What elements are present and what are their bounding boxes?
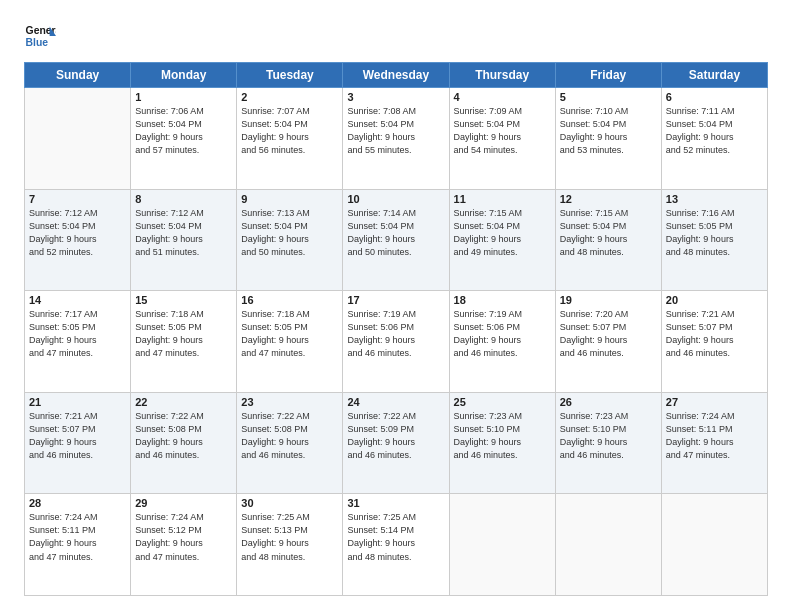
calendar-day-cell: 9Sunrise: 7:13 AM Sunset: 5:04 PM Daylig… [237, 189, 343, 291]
day-info: Sunrise: 7:24 AM Sunset: 5:11 PM Dayligh… [666, 410, 763, 462]
day-info: Sunrise: 7:12 AM Sunset: 5:04 PM Dayligh… [29, 207, 126, 259]
day-number: 31 [347, 497, 444, 509]
day-info: Sunrise: 7:16 AM Sunset: 5:05 PM Dayligh… [666, 207, 763, 259]
calendar-week-row: 28Sunrise: 7:24 AM Sunset: 5:11 PM Dayli… [25, 494, 768, 596]
calendar-day-cell: 29Sunrise: 7:24 AM Sunset: 5:12 PM Dayli… [131, 494, 237, 596]
day-info: Sunrise: 7:18 AM Sunset: 5:05 PM Dayligh… [241, 308, 338, 360]
calendar-day-cell: 10Sunrise: 7:14 AM Sunset: 5:04 PM Dayli… [343, 189, 449, 291]
day-info: Sunrise: 7:12 AM Sunset: 5:04 PM Dayligh… [135, 207, 232, 259]
calendar-day-cell: 11Sunrise: 7:15 AM Sunset: 5:04 PM Dayli… [449, 189, 555, 291]
calendar-day-cell: 21Sunrise: 7:21 AM Sunset: 5:07 PM Dayli… [25, 392, 131, 494]
day-info: Sunrise: 7:25 AM Sunset: 5:14 PM Dayligh… [347, 511, 444, 563]
calendar-day-cell [661, 494, 767, 596]
day-number: 24 [347, 396, 444, 408]
calendar-day-cell: 5Sunrise: 7:10 AM Sunset: 5:04 PM Daylig… [555, 88, 661, 190]
day-info: Sunrise: 7:21 AM Sunset: 5:07 PM Dayligh… [29, 410, 126, 462]
calendar-day-cell: 15Sunrise: 7:18 AM Sunset: 5:05 PM Dayli… [131, 291, 237, 393]
day-info: Sunrise: 7:23 AM Sunset: 5:10 PM Dayligh… [454, 410, 551, 462]
day-number: 16 [241, 294, 338, 306]
calendar-day-cell: 16Sunrise: 7:18 AM Sunset: 5:05 PM Dayli… [237, 291, 343, 393]
calendar-day-cell: 8Sunrise: 7:12 AM Sunset: 5:04 PM Daylig… [131, 189, 237, 291]
day-number: 3 [347, 91, 444, 103]
day-info: Sunrise: 7:07 AM Sunset: 5:04 PM Dayligh… [241, 105, 338, 157]
calendar-week-row: 21Sunrise: 7:21 AM Sunset: 5:07 PM Dayli… [25, 392, 768, 494]
calendar-week-row: 7Sunrise: 7:12 AM Sunset: 5:04 PM Daylig… [25, 189, 768, 291]
day-info: Sunrise: 7:17 AM Sunset: 5:05 PM Dayligh… [29, 308, 126, 360]
day-info: Sunrise: 7:09 AM Sunset: 5:04 PM Dayligh… [454, 105, 551, 157]
day-info: Sunrise: 7:24 AM Sunset: 5:12 PM Dayligh… [135, 511, 232, 563]
day-info: Sunrise: 7:22 AM Sunset: 5:08 PM Dayligh… [241, 410, 338, 462]
day-number: 8 [135, 193, 232, 205]
day-number: 18 [454, 294, 551, 306]
svg-text:Blue: Blue [26, 37, 49, 48]
calendar-day-cell: 20Sunrise: 7:21 AM Sunset: 5:07 PM Dayli… [661, 291, 767, 393]
day-number: 30 [241, 497, 338, 509]
day-info: Sunrise: 7:20 AM Sunset: 5:07 PM Dayligh… [560, 308, 657, 360]
day-number: 27 [666, 396, 763, 408]
day-info: Sunrise: 7:22 AM Sunset: 5:09 PM Dayligh… [347, 410, 444, 462]
day-number: 20 [666, 294, 763, 306]
calendar-day-cell: 22Sunrise: 7:22 AM Sunset: 5:08 PM Dayli… [131, 392, 237, 494]
logo: General Blue [24, 20, 56, 52]
day-info: Sunrise: 7:24 AM Sunset: 5:11 PM Dayligh… [29, 511, 126, 563]
day-number: 19 [560, 294, 657, 306]
calendar-day-cell: 1Sunrise: 7:06 AM Sunset: 5:04 PM Daylig… [131, 88, 237, 190]
day-number: 22 [135, 396, 232, 408]
day-number: 6 [666, 91, 763, 103]
calendar-day-cell: 23Sunrise: 7:22 AM Sunset: 5:08 PM Dayli… [237, 392, 343, 494]
calendar-day-cell: 2Sunrise: 7:07 AM Sunset: 5:04 PM Daylig… [237, 88, 343, 190]
calendar-day-cell: 19Sunrise: 7:20 AM Sunset: 5:07 PM Dayli… [555, 291, 661, 393]
weekday-tuesday: Tuesday [237, 63, 343, 88]
day-number: 13 [666, 193, 763, 205]
weekday-thursday: Thursday [449, 63, 555, 88]
calendar-day-cell: 27Sunrise: 7:24 AM Sunset: 5:11 PM Dayli… [661, 392, 767, 494]
calendar-day-cell: 14Sunrise: 7:17 AM Sunset: 5:05 PM Dayli… [25, 291, 131, 393]
calendar-day-cell: 24Sunrise: 7:22 AM Sunset: 5:09 PM Dayli… [343, 392, 449, 494]
calendar-day-cell: 4Sunrise: 7:09 AM Sunset: 5:04 PM Daylig… [449, 88, 555, 190]
weekday-sunday: Sunday [25, 63, 131, 88]
weekday-saturday: Saturday [661, 63, 767, 88]
day-number: 10 [347, 193, 444, 205]
calendar-day-cell: 7Sunrise: 7:12 AM Sunset: 5:04 PM Daylig… [25, 189, 131, 291]
calendar-day-cell: 12Sunrise: 7:15 AM Sunset: 5:04 PM Dayli… [555, 189, 661, 291]
calendar-day-cell [25, 88, 131, 190]
day-info: Sunrise: 7:18 AM Sunset: 5:05 PM Dayligh… [135, 308, 232, 360]
day-info: Sunrise: 7:14 AM Sunset: 5:04 PM Dayligh… [347, 207, 444, 259]
calendar-day-cell: 28Sunrise: 7:24 AM Sunset: 5:11 PM Dayli… [25, 494, 131, 596]
calendar-day-cell: 31Sunrise: 7:25 AM Sunset: 5:14 PM Dayli… [343, 494, 449, 596]
calendar-day-cell: 26Sunrise: 7:23 AM Sunset: 5:10 PM Dayli… [555, 392, 661, 494]
day-number: 1 [135, 91, 232, 103]
calendar-day-cell [449, 494, 555, 596]
day-info: Sunrise: 7:10 AM Sunset: 5:04 PM Dayligh… [560, 105, 657, 157]
day-number: 12 [560, 193, 657, 205]
day-number: 26 [560, 396, 657, 408]
calendar-day-cell: 18Sunrise: 7:19 AM Sunset: 5:06 PM Dayli… [449, 291, 555, 393]
day-info: Sunrise: 7:21 AM Sunset: 5:07 PM Dayligh… [666, 308, 763, 360]
day-info: Sunrise: 7:19 AM Sunset: 5:06 PM Dayligh… [347, 308, 444, 360]
day-info: Sunrise: 7:19 AM Sunset: 5:06 PM Dayligh… [454, 308, 551, 360]
day-number: 15 [135, 294, 232, 306]
header: General Blue [24, 20, 768, 52]
calendar-day-cell: 6Sunrise: 7:11 AM Sunset: 5:04 PM Daylig… [661, 88, 767, 190]
calendar-day-cell: 3Sunrise: 7:08 AM Sunset: 5:04 PM Daylig… [343, 88, 449, 190]
day-number: 23 [241, 396, 338, 408]
calendar-day-cell: 17Sunrise: 7:19 AM Sunset: 5:06 PM Dayli… [343, 291, 449, 393]
day-number: 5 [560, 91, 657, 103]
weekday-header-row: SundayMondayTuesdayWednesdayThursdayFrid… [25, 63, 768, 88]
day-number: 28 [29, 497, 126, 509]
day-number: 25 [454, 396, 551, 408]
day-number: 17 [347, 294, 444, 306]
weekday-wednesday: Wednesday [343, 63, 449, 88]
day-info: Sunrise: 7:08 AM Sunset: 5:04 PM Dayligh… [347, 105, 444, 157]
calendar-day-cell: 25Sunrise: 7:23 AM Sunset: 5:10 PM Dayli… [449, 392, 555, 494]
day-info: Sunrise: 7:22 AM Sunset: 5:08 PM Dayligh… [135, 410, 232, 462]
calendar-week-row: 14Sunrise: 7:17 AM Sunset: 5:05 PM Dayli… [25, 291, 768, 393]
day-info: Sunrise: 7:15 AM Sunset: 5:04 PM Dayligh… [560, 207, 657, 259]
day-info: Sunrise: 7:06 AM Sunset: 5:04 PM Dayligh… [135, 105, 232, 157]
day-info: Sunrise: 7:25 AM Sunset: 5:13 PM Dayligh… [241, 511, 338, 563]
day-number: 11 [454, 193, 551, 205]
day-number: 21 [29, 396, 126, 408]
logo-icon: General Blue [24, 20, 56, 52]
calendar-week-row: 1Sunrise: 7:06 AM Sunset: 5:04 PM Daylig… [25, 88, 768, 190]
weekday-friday: Friday [555, 63, 661, 88]
